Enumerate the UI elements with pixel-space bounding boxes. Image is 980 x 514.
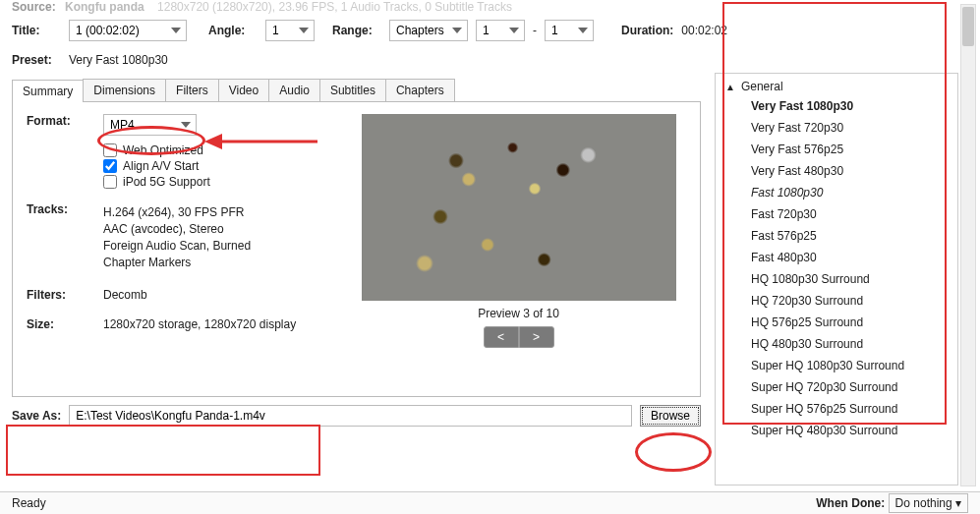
preview-prev-button[interactable]: < bbox=[484, 326, 519, 348]
preview-next-button[interactable]: > bbox=[519, 326, 554, 348]
browse-button[interactable]: Browse bbox=[640, 405, 701, 427]
when-done-select[interactable]: Do nothing ▾ bbox=[889, 493, 968, 513]
scroll-thumb[interactable] bbox=[962, 7, 974, 46]
tab-video[interactable]: Video bbox=[218, 79, 269, 101]
preview-thumbnail bbox=[362, 114, 676, 301]
saveas-label: Save As: bbox=[12, 409, 61, 423]
preset-item[interactable]: Fast 480p30 bbox=[716, 247, 957, 268]
duration-label: Duration: bbox=[621, 24, 673, 37]
format-select[interactable]: MP4 bbox=[103, 114, 197, 136]
tab-dimensions[interactable]: Dimensions bbox=[83, 79, 166, 101]
source-label: Source: bbox=[12, 0, 56, 14]
preset-item[interactable]: HQ 480p30 Surround bbox=[716, 333, 957, 355]
range-to[interactable]: 1 bbox=[545, 20, 594, 41]
filters-value: Decomb bbox=[103, 288, 147, 302]
title-label: Title: bbox=[12, 24, 61, 37]
range-type[interactable]: Chapters bbox=[389, 20, 468, 41]
preset-item[interactable]: HQ 720p30 Surround bbox=[716, 290, 957, 312]
web-optimized-check[interactable]: Web Optimized bbox=[103, 143, 351, 157]
preset-item[interactable]: Super HQ 720p30 Surround bbox=[716, 376, 957, 398]
preset-item[interactable]: Very Fast 480p30 bbox=[716, 160, 957, 182]
duration-value: 00:02:02 bbox=[681, 24, 727, 37]
preset-item[interactable]: Very Fast 720p30 bbox=[716, 117, 957, 139]
preview-caption: Preview 3 of 10 bbox=[351, 307, 686, 320]
size-value: 1280x720 storage, 1280x720 display bbox=[103, 317, 296, 331]
preset-item[interactable]: Super HQ 576p25 Surround bbox=[716, 398, 957, 420]
filters-label: Filters: bbox=[27, 288, 103, 302]
align-av-label: Align A/V Start bbox=[123, 159, 199, 173]
preset-group-general[interactable]: ▲ General bbox=[716, 78, 957, 95]
range-from[interactable]: 1 bbox=[476, 20, 525, 41]
title-select[interactable]: 1 (00:02:02) bbox=[69, 20, 187, 41]
ipod-5g-label: iPod 5G Support bbox=[123, 175, 210, 189]
vertical-scrollbar[interactable] bbox=[960, 4, 976, 486]
range-dash: - bbox=[533, 24, 537, 37]
tab-subtitles[interactable]: Subtitles bbox=[319, 79, 386, 101]
caret-down-icon: ▲ bbox=[725, 82, 735, 92]
status-text: Ready bbox=[12, 496, 46, 510]
preset-item[interactable]: Very Fast 576p25 bbox=[716, 139, 957, 160]
saveas-input[interactable] bbox=[69, 405, 632, 427]
tracks-label: Tracks: bbox=[27, 202, 103, 216]
when-done-label: When Done: bbox=[816, 496, 885, 510]
tab-audio[interactable]: Audio bbox=[268, 79, 320, 101]
track-line: Foreign Audio Scan, Burned bbox=[103, 239, 251, 253]
presets-panel: ▲ General Very Fast 1080p30Very Fast 720… bbox=[715, 73, 958, 485]
web-optimized-label: Web Optimized bbox=[123, 143, 203, 157]
preset-item[interactable]: Very Fast 1080p30 bbox=[716, 95, 957, 117]
preset-item[interactable]: Super HQ 480p30 Surround bbox=[716, 420, 957, 441]
ipod-5g-check[interactable]: iPod 5G Support bbox=[103, 175, 351, 189]
tab-filters[interactable]: Filters bbox=[165, 79, 219, 101]
track-line: H.264 (x264), 30 FPS PFR bbox=[103, 205, 251, 219]
source-meta: 1280x720 (1280x720), 23.96 FPS, 1 Audio … bbox=[157, 0, 512, 14]
preset-item[interactable]: HQ 576p25 Surround bbox=[716, 312, 957, 333]
preset-item[interactable]: Super HQ 1080p30 Surround bbox=[716, 355, 957, 376]
angle-label: Angle: bbox=[208, 24, 258, 37]
track-line: Chapter Markers bbox=[103, 256, 251, 269]
preset-label: Preset: bbox=[12, 53, 61, 67]
tab-chapters[interactable]: Chapters bbox=[385, 79, 455, 101]
track-line: AAC (avcodec), Stereo bbox=[103, 222, 251, 236]
preset-item[interactable]: Fast 1080p30 bbox=[716, 182, 957, 203]
angle-select[interactable]: 1 bbox=[265, 20, 315, 41]
preset-item[interactable]: Fast 576p25 bbox=[716, 225, 957, 247]
preset-value: Very Fast 1080p30 bbox=[69, 53, 168, 67]
chevron-down-icon: ▾ bbox=[955, 496, 961, 510]
preset-group-label: General bbox=[741, 80, 783, 93]
preset-item[interactable]: Fast 720p30 bbox=[716, 203, 957, 225]
source-name: Kongfu panda bbox=[65, 0, 144, 14]
range-label: Range: bbox=[332, 24, 381, 37]
tab-summary[interactable]: Summary bbox=[12, 80, 84, 102]
preset-item[interactable]: HQ 1080p30 Surround bbox=[716, 268, 957, 290]
align-av-check[interactable]: Align A/V Start bbox=[103, 159, 351, 173]
size-label: Size: bbox=[27, 317, 103, 331]
tab-bar: Summary Dimensions Filters Video Audio S… bbox=[12, 79, 701, 102]
format-label: Format: bbox=[27, 114, 103, 128]
